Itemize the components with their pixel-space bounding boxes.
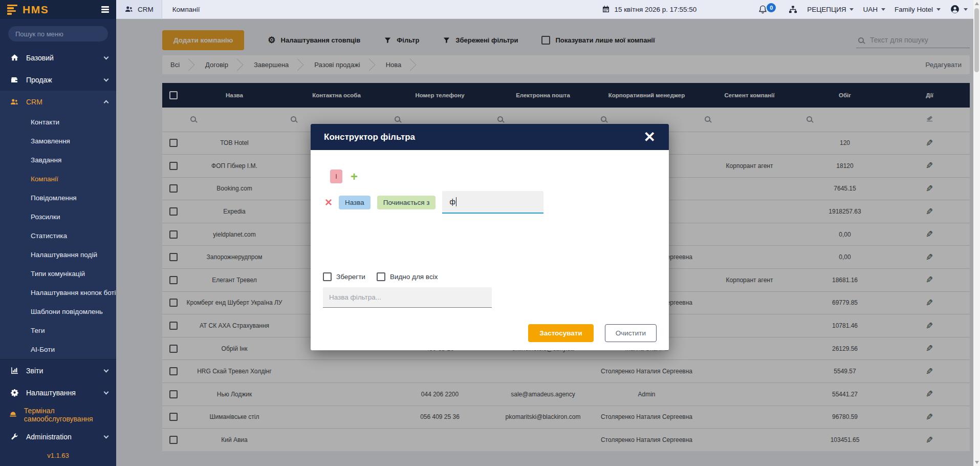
menu-search-input[interactable] — [8, 26, 108, 41]
channel-manager-icon[interactable] — [788, 5, 798, 14]
sidebar-subitem[interactable]: Завдання — [0, 151, 116, 170]
apply-filter-button[interactable]: Застосувати — [528, 324, 594, 342]
sidebar-subitem[interactable]: Компанії — [0, 170, 116, 188]
sidebar-header: HMS — [0, 0, 116, 19]
modal-body: І + × Назва Починається з ф Зберегти Вид… — [311, 150, 669, 350]
sidebar-subitem[interactable]: Статистика — [0, 226, 116, 245]
sidebar-subitem[interactable]: Замовлення — [0, 132, 116, 151]
sidebar-subitem[interactable]: Налаштування подій — [0, 245, 116, 264]
chart-icon — [8, 366, 20, 375]
sidebar-item-administration[interactable]: Administration — [0, 426, 116, 448]
users-icon — [8, 97, 20, 107]
alert-icon — [8, 410, 18, 419]
sidebar-item-terminal[interactable]: Термінал самообслуговування — [0, 404, 116, 426]
chevron-down-icon — [104, 54, 109, 59]
text-caret — [456, 197, 456, 206]
wallet-icon — [8, 76, 20, 84]
notifications-button[interactable]: 0 — [758, 5, 768, 14]
sidebar-item-label: Продаж — [26, 76, 52, 84]
filter-name-input[interactable] — [323, 287, 492, 308]
module-indicator[interactable]: CRM — [116, 0, 162, 18]
hamburger-menu-icon[interactable] — [101, 6, 109, 13]
sidebar-nav: БазовийПродажCRMКонтактиЗамовленняЗавдан… — [0, 47, 116, 448]
condition-operator-chip[interactable]: Починається з — [377, 196, 436, 209]
filter-builder-modal: Конструктор фільтра ✕ І + × Назва Почина… — [311, 124, 669, 350]
chevron-down-icon — [104, 433, 109, 438]
hotel-dropdown[interactable]: Family Hotel — [895, 6, 941, 13]
scroll-up-icon[interactable] — [975, 2, 979, 5]
crm-module-icon — [124, 5, 134, 14]
chevron-down-icon — [104, 76, 109, 81]
visible-for-all-checkbox[interactable]: Видно для всіх — [377, 272, 438, 281]
sidebar-item-reports[interactable]: Звіти — [0, 359, 116, 382]
chevron-down-icon — [964, 8, 968, 11]
app-version: v1.1.63 — [0, 452, 116, 459]
modal-header: Конструктор фільтра ✕ — [311, 124, 669, 150]
topbar: CRM Компанії 15 квітня 2026 р. 17:55:50 … — [116, 0, 980, 19]
sidebar-subitem[interactable]: AI-Боти — [0, 340, 116, 359]
scrollbar-thumb[interactable] — [974, 8, 979, 72]
chevron-down-icon — [104, 389, 109, 394]
department-dropdown[interactable]: РЕЦЕПЦИЯ — [807, 6, 854, 13]
clear-filter-button[interactable]: Очистити — [605, 324, 657, 342]
datetime-label: 15 квітня 2026 р. 17:55:50 — [614, 6, 696, 13]
sidebar-item-label: Термінал самообслуговування — [24, 407, 108, 423]
add-condition-icon[interactable]: + — [351, 171, 358, 183]
user-avatar-icon — [950, 4, 960, 14]
wrench-icon — [8, 433, 20, 441]
sidebar-item-label: CRM — [26, 98, 42, 106]
app-logo: HMS — [23, 4, 49, 16]
user-menu[interactable] — [950, 4, 968, 14]
breadcrumb: Компанії — [162, 0, 210, 18]
sidebar-item-label: Administration — [26, 433, 72, 441]
sidebar-subitem[interactable]: Шаблони повідомлень — [0, 302, 116, 321]
group-operator-badge[interactable]: І — [330, 170, 342, 183]
sidebar-item-basic[interactable]: Базовий — [0, 47, 116, 69]
remove-condition-icon[interactable]: × — [325, 196, 332, 208]
sidebar-subitem[interactable]: Розсилки — [0, 207, 116, 226]
sidebar-subitem[interactable]: Повідомлення — [0, 188, 116, 207]
modal-title: Конструктор фільтра — [324, 132, 415, 142]
close-icon[interactable]: ✕ — [644, 130, 656, 144]
checkbox-icon — [323, 272, 332, 281]
gears-icon — [8, 388, 20, 397]
sidebar-subitem[interactable]: Типи комунікацій — [0, 264, 116, 283]
chevron-down-icon — [104, 367, 109, 372]
notification-count-badge: 0 — [767, 3, 776, 12]
currency-dropdown[interactable]: UAH — [863, 6, 885, 13]
calendar-icon — [602, 5, 610, 13]
hms-logo-icon — [7, 5, 17, 15]
sidebar-item-sales[interactable]: Продаж — [0, 69, 116, 91]
scroll-down-icon[interactable] — [975, 461, 979, 464]
home-icon — [8, 53, 20, 62]
chevron-up-icon — [104, 100, 109, 105]
checkbox-icon — [377, 272, 385, 281]
sidebar-subitem[interactable]: Налаштування кнопок ботів — [0, 283, 116, 302]
sidebar-item-label: Звіти — [26, 367, 43, 375]
save-filter-checkbox[interactable]: Зберегти — [323, 272, 365, 281]
sidebar: HMS БазовийПродажCRMКонтактиЗамовленняЗа… — [0, 0, 116, 466]
chevron-down-icon — [850, 8, 854, 11]
chevron-down-icon — [881, 8, 885, 11]
sidebar-item-label: Налаштування — [26, 389, 76, 397]
chevron-down-icon — [937, 8, 941, 11]
sidebar-item-crm[interactable]: CRM — [0, 91, 116, 113]
condition-row: × Назва Починається з ф — [323, 191, 657, 214]
sidebar-subitem[interactable]: Контакти — [0, 113, 116, 132]
condition-value-input[interactable]: ф — [442, 191, 543, 214]
sidebar-item-settings[interactable]: Налаштування — [0, 382, 116, 404]
sidebar-subitem[interactable]: Теги — [0, 321, 116, 340]
datetime: 15 квітня 2026 р. 17:55:50 — [602, 0, 696, 18]
vertical-scrollbar[interactable] — [973, 0, 980, 466]
condition-field-chip[interactable]: Назва — [339, 196, 371, 209]
sidebar-item-label: Базовий — [26, 54, 54, 62]
sidebar-section-crm: CRMКонтактиЗамовленняЗавданняКомпаніїПов… — [0, 91, 116, 359]
module-label: CRM — [138, 6, 154, 13]
